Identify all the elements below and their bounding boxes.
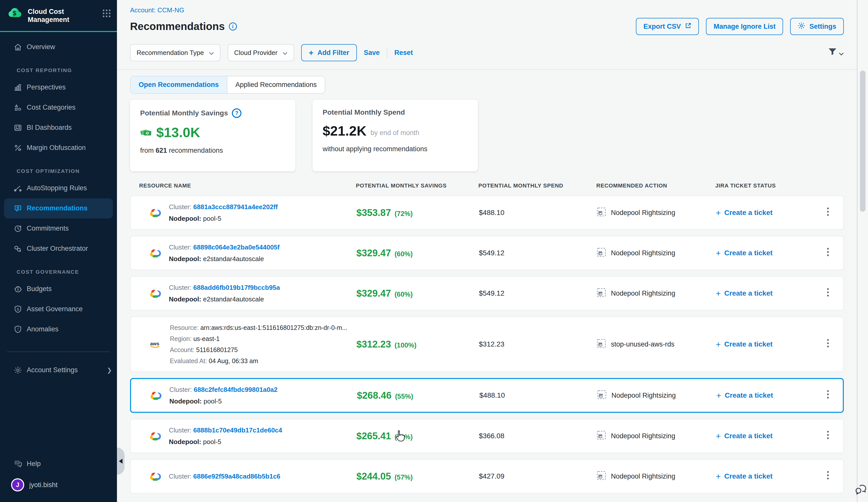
create-ticket-link[interactable]: +Create a ticket (716, 339, 813, 349)
anomalies-icon: ! (14, 325, 22, 334)
rightsizing-icon (597, 390, 606, 401)
table-row[interactable]: Cluster: 6886e92f59a48cad86b5b1c6 $244.0… (130, 459, 844, 493)
ccm-logo-icon: $ (8, 7, 23, 21)
create-ticket-link[interactable]: +Create a ticket (716, 471, 813, 481)
table-row[interactable]: Cluster: 6881a3ccc887941a4ee202ffNodepoo… (130, 196, 844, 230)
table-row[interactable]: Cluster: 68898c064e3e2ba0e544005fNodepoo… (130, 236, 844, 270)
sidebar: $ Cloud Cost Management OverviewCOST REP… (0, 0, 117, 502)
potential-monthly-spend-value: $427.09 (479, 472, 597, 480)
sidebar-item-help[interactable]: ? Help (0, 453, 117, 474)
col-potential-monthly-spend: POTENTIAL MONTHLY SPEND (478, 182, 596, 189)
resource-name-cell: Cluster: 6881a3ccc887941a4ee202ffNodepoo… (131, 196, 356, 229)
export-csv-button[interactable]: Export CSV (636, 18, 699, 35)
filter-panel-toggle[interactable] (828, 48, 844, 57)
support-chat-icon[interactable] (855, 484, 867, 497)
row-menu-button[interactable] (824, 468, 832, 485)
sidebar-item-cluster-orchestrator[interactable]: Cluster Orchestrator (0, 239, 117, 259)
tab-open-recommendations[interactable]: Open Recommendations (131, 76, 227, 93)
create-ticket-link[interactable]: +Create a ticket (716, 390, 813, 400)
sidebar-section-header: COST REPORTING (0, 67, 117, 77)
cost-categories-icon (14, 103, 22, 112)
create-ticket-link[interactable]: +Create a ticket (716, 248, 813, 258)
app-title: Cloud Cost Management (28, 7, 87, 24)
sidebar-item-budgets[interactable]: $Budgets (0, 279, 117, 299)
row-menu-button[interactable] (824, 204, 832, 221)
sidebar-item-recommendations[interactable]: Recommendations (4, 198, 113, 219)
page-title: Recommendations (130, 20, 225, 32)
table-row[interactable]: aws Resource: arn:aws:rds:us-east-1:5116… (130, 316, 844, 372)
sidebar-section-header: COST OPTIMIZATION (0, 168, 117, 178)
create-ticket-link[interactable]: +Create a ticket (716, 289, 813, 299)
potential-monthly-spend-value: $488.10 (479, 391, 597, 399)
cluster-link[interactable]: 688c2fefc84fbdc99801a0a2 (194, 386, 278, 394)
potential-monthly-spend-value: $549.12 (479, 289, 597, 297)
aws-icon: aws (150, 340, 163, 349)
scrollbar-thumb[interactable] (860, 71, 866, 212)
create-ticket-link[interactable]: +Create a ticket (716, 208, 813, 218)
user-menu[interactable]: J jyoti.bisht (0, 474, 117, 496)
plus-icon: + (716, 339, 721, 349)
cluster-link[interactable]: 6881a3ccc887941a4ee202ff (193, 203, 278, 211)
autostopping-rules-icon (14, 184, 22, 192)
info-icon[interactable]: i (229, 22, 237, 31)
collapse-arrow-icon (119, 459, 123, 464)
cloud-provider-dropdown[interactable]: Cloud Provider (228, 44, 294, 61)
resource-value: pool-5 (203, 215, 221, 222)
sidebar-item-asset-governance[interactable]: $Asset Governance (0, 299, 117, 319)
rightsizing-icon (597, 248, 606, 259)
table-row[interactable]: Cluster: 688add6fb019b17f9bccb95aNodepoo… (130, 276, 844, 311)
sidebar-item-anomalies[interactable]: !Anomalies (0, 319, 117, 339)
chevron-down-icon (282, 49, 288, 57)
sidebar-item-cost-categories[interactable]: Cost Categories (0, 97, 117, 118)
cluster-link[interactable]: 6886e92f59a48cad86b5b1c6 (193, 472, 280, 480)
create-ticket-link[interactable]: +Create a ticket (716, 431, 813, 441)
cluster-orchestrator-icon (14, 244, 22, 253)
potential-monthly-savings-card: Potential Monthly Savings ? $ $13.0K (130, 100, 296, 171)
resource-value: pool-5 (203, 438, 221, 446)
row-menu-button[interactable] (824, 285, 832, 302)
scrollbar-track[interactable] (857, 0, 868, 502)
row-menu-button[interactable] (824, 244, 832, 262)
reset-filter-link[interactable]: Reset (394, 49, 413, 57)
sidebar-item-margin-obfuscation[interactable]: Margin Obfuscation (0, 138, 117, 158)
recommendation-type-dropdown[interactable]: Recommendation Type (130, 44, 220, 61)
sidebar-item-commitments[interactable]: Commitments (0, 219, 117, 239)
spend-card-title: Potential Monthly Spend (323, 108, 405, 116)
sidebar-item-overview[interactable]: Overview (0, 37, 117, 57)
rightsizing-icon (597, 288, 606, 299)
manage-ignore-list-button[interactable]: Manage Ignore List (706, 18, 783, 35)
settings-button[interactable]: Settings (790, 18, 844, 35)
row-menu-button[interactable] (824, 336, 832, 353)
divider (387, 47, 388, 58)
save-filter-link[interactable]: Save (364, 49, 380, 57)
resource-value: arn:aws:rds:us-east-1:511616801275:db:zn… (200, 324, 347, 331)
row-menu-button[interactable] (824, 427, 832, 445)
sidebar-item-bi-dashboards[interactable]: BI Dashboards (0, 118, 117, 138)
perspectives-icon (14, 83, 22, 92)
app-grid-icon[interactable] (102, 7, 111, 20)
help-circle-icon[interactable]: ? (232, 108, 241, 118)
row-menu-button[interactable] (824, 387, 832, 404)
col-potential-monthly-savings: POTENTIAL MONTHLY SAVINGS (356, 182, 478, 189)
add-filter-button[interactable]: + Add Filter (301, 44, 357, 61)
potential-monthly-spend-value: $366.08 (479, 432, 597, 440)
table-row[interactable]: Cluster: 688c2fefc84fbdc99801a0a2Nodepoo… (130, 378, 844, 413)
breadcrumb[interactable]: Account: CCM-NG (130, 6, 184, 14)
recommended-action-cell: Nodepool Rightsizing (597, 207, 716, 218)
sidebar-collapse-handle[interactable] (117, 448, 124, 475)
sidebar-bottom: ? Help J jyoti.bisht (0, 453, 117, 502)
gcp-icon (150, 248, 162, 258)
cluster-link[interactable]: 68898c064e3e2ba0e544005f (193, 243, 280, 251)
cluster-link[interactable]: 688add6fb019b17f9bccb95a (193, 284, 280, 291)
rightsizing-icon (597, 471, 606, 482)
sidebar-item-perspectives[interactable]: Perspectives (0, 77, 117, 97)
sidebar-item-account-settings[interactable]: Account Settings❯ (0, 360, 117, 380)
sidebar-item-autostopping-rules[interactable]: AutoStopping Rules (0, 178, 117, 198)
cluster-link[interactable]: 6888b1c70e49db17c1de60c4 (193, 426, 282, 434)
resource-name-cell: Cluster: 6886e92f59a48cad86b5b1c6 (131, 465, 356, 488)
potential-monthly-savings-value: $329.47(60%) (356, 288, 479, 299)
mouse-cursor (395, 430, 406, 446)
gcp-icon (150, 390, 162, 400)
table-row[interactable]: Cluster: 6888b1c70e49db17c1de60c4Nodepoo… (130, 419, 844, 453)
tab-applied-recommendations[interactable]: Applied Recommendations (227, 76, 325, 93)
